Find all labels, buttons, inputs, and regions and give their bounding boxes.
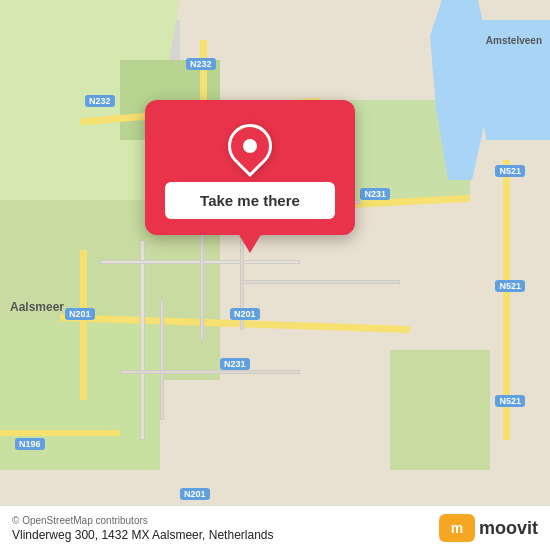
road-label-n201-2: N201: [230, 308, 260, 320]
moovit-logo-icon: m: [439, 514, 475, 542]
amstelveen-label: Amstelveen: [486, 35, 542, 46]
address-text: Vlinderweg 300, 1432 MX Aalsmeer, Nether…: [12, 528, 274, 542]
road-label-n231-2: N231: [220, 358, 250, 370]
moovit-logo: m moovit: [439, 514, 538, 542]
local-road-4: [120, 370, 300, 374]
local-road-8: [240, 280, 400, 284]
info-bar: © OpenStreetMap contributors Vlinderweg …: [0, 505, 550, 550]
aalsmeer-label: Aalsmeer: [10, 300, 64, 314]
road-label-n521-3: N521: [495, 395, 525, 407]
road-n196: [0, 430, 120, 436]
road-label-n521-2: N521: [495, 280, 525, 292]
road-label-n232-2: N232: [186, 58, 216, 70]
take-me-there-button[interactable]: Take me there: [165, 182, 335, 219]
road-label-n201-btm: N201: [180, 488, 210, 500]
road-label-n232-1: N232: [85, 95, 115, 107]
road-label-n231-1: N231: [360, 188, 390, 200]
map-container: N232 N232 N231 N231 N201 N201 N521 N521 …: [0, 0, 550, 550]
popup-pointer: [238, 233, 262, 253]
road-label-n521-1: N521: [495, 165, 525, 177]
road-label-n196: N196: [15, 438, 45, 450]
local-road-3: [160, 300, 164, 420]
green-area-5: [390, 350, 490, 470]
road-label-n201-1: N201: [65, 308, 95, 320]
popup-card: Take me there: [145, 100, 355, 235]
road-n201-v: [80, 250, 87, 400]
local-road-1: [140, 240, 145, 440]
copyright-text: © OpenStreetMap contributors: [12, 515, 274, 526]
info-left: © OpenStreetMap contributors Vlinderweg …: [12, 515, 274, 542]
moovit-logo-text: moovit: [479, 518, 538, 539]
location-pin-icon: [219, 115, 281, 177]
